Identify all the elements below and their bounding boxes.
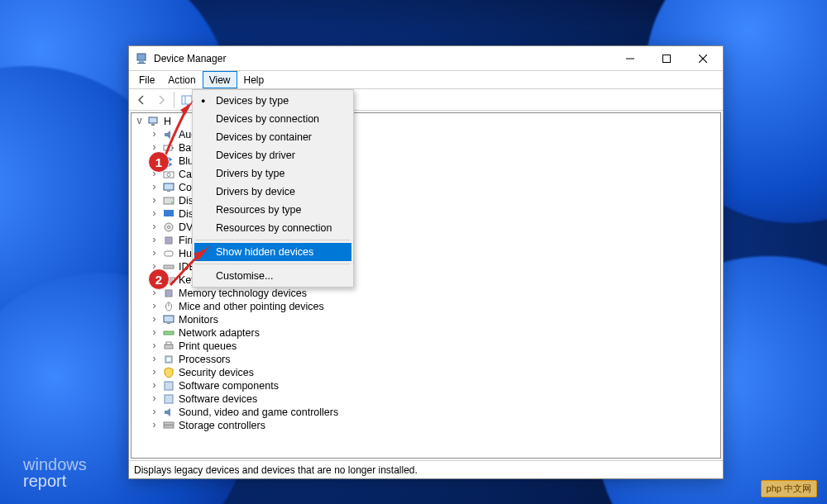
bullet-icon: ● bbox=[201, 97, 205, 105]
svg-rect-39 bbox=[167, 358, 170, 361]
menu-item[interactable]: Drivers by device bbox=[194, 183, 351, 201]
tree-node-label: Software components bbox=[179, 380, 279, 392]
svg-rect-17 bbox=[164, 183, 174, 190]
menubar: File Action View Help bbox=[129, 71, 723, 89]
expand-icon[interactable]: › bbox=[150, 341, 159, 350]
disk-icon bbox=[162, 194, 175, 207]
expand-icon[interactable]: › bbox=[150, 235, 159, 245]
close-button[interactable] bbox=[685, 46, 721, 70]
menu-view[interactable]: View bbox=[203, 71, 237, 88]
svg-rect-37 bbox=[166, 342, 171, 345]
desktop-background: Device Manager File Action View Help bbox=[0, 0, 827, 504]
menu-item[interactable]: Show hidden devices bbox=[194, 243, 351, 261]
menu-separator bbox=[195, 264, 351, 264]
tree-node-label: Print queues bbox=[179, 340, 237, 352]
svg-rect-18 bbox=[167, 191, 170, 192]
app-icon bbox=[136, 52, 149, 65]
svg-point-20 bbox=[171, 202, 173, 203]
tree-node-label: Network adapters bbox=[179, 327, 260, 339]
svg-rect-41 bbox=[165, 395, 173, 403]
tree-node[interactable]: ›Network adapters bbox=[146, 326, 720, 340]
tree-node[interactable]: ›Security devices bbox=[146, 366, 720, 379]
expand-icon[interactable]: › bbox=[150, 368, 159, 377]
tree-node[interactable]: ›Monitors bbox=[146, 313, 720, 326]
svg-rect-11 bbox=[149, 117, 157, 123]
tree-node-label: Mice and other pointing devices bbox=[179, 301, 324, 312]
menu-help[interactable]: Help bbox=[237, 71, 271, 88]
titlebar[interactable]: Device Manager bbox=[129, 46, 723, 71]
expand-icon[interactable]: › bbox=[150, 209, 159, 218]
tree-node[interactable]: ›Mice and other pointing devices bbox=[146, 300, 720, 313]
view-menu-dropdown: ●Devices by typeDevices by connectionDev… bbox=[192, 89, 354, 288]
svg-rect-1 bbox=[139, 61, 144, 63]
menu-item-label: Resources by type bbox=[216, 204, 302, 216]
expand-icon[interactable]: › bbox=[150, 249, 159, 258]
expand-icon[interactable]: › bbox=[150, 222, 159, 231]
menu-item[interactable]: Devices by driver bbox=[194, 146, 351, 164]
status-bar: Displays legacy devices and devices that… bbox=[129, 460, 723, 478]
tree-node[interactable]: ›Print queues bbox=[146, 340, 720, 353]
tree-node[interactable]: ›Software components bbox=[146, 379, 720, 392]
svg-rect-33 bbox=[164, 316, 174, 322]
svg-rect-35 bbox=[164, 331, 174, 335]
menu-item[interactable]: Resources by type bbox=[194, 201, 351, 219]
svg-rect-34 bbox=[167, 323, 170, 324]
menu-item-label: Customise... bbox=[216, 270, 273, 282]
tree-node[interactable]: ›Memory technology devices bbox=[146, 287, 720, 300]
maximize-button[interactable] bbox=[648, 46, 685, 70]
tree-node[interactable]: ›Sound, video and game controllers bbox=[146, 406, 720, 419]
expand-icon[interactable]: › bbox=[150, 421, 159, 430]
expand-icon[interactable]: › bbox=[150, 328, 159, 337]
menu-item[interactable]: Customise... bbox=[194, 267, 351, 285]
menu-item[interactable]: Devices by connection bbox=[194, 110, 351, 128]
watermark-windowsreport: windowsreport bbox=[23, 456, 87, 489]
menu-item-label: Resources by connection bbox=[216, 222, 332, 234]
collapse-icon[interactable]: v bbox=[135, 116, 144, 126]
sw-icon bbox=[162, 379, 175, 392]
annotation-arrow-2 bbox=[164, 242, 213, 292]
menu-item[interactable]: Devices by container bbox=[194, 128, 351, 146]
expand-icon[interactable]: › bbox=[150, 196, 159, 205]
monitor-icon bbox=[162, 313, 175, 326]
svg-marker-44 bbox=[180, 100, 194, 115]
svg-rect-4 bbox=[663, 55, 671, 62]
expand-icon[interactable]: › bbox=[150, 183, 159, 192]
expand-icon[interactable]: › bbox=[150, 302, 159, 311]
menu-separator bbox=[195, 240, 351, 240]
menu-file[interactable]: File bbox=[132, 71, 161, 88]
menu-item[interactable]: Resources by connection bbox=[194, 219, 351, 237]
expand-icon[interactable]: › bbox=[150, 354, 159, 364]
menu-item-label: Devices by driver bbox=[216, 150, 295, 161]
svg-rect-42 bbox=[164, 422, 174, 425]
svg-rect-21 bbox=[164, 210, 174, 216]
svg-rect-40 bbox=[165, 382, 173, 390]
tree-node[interactable]: ›Storage controllers bbox=[146, 419, 720, 432]
menu-item[interactable]: Drivers by type bbox=[194, 164, 351, 183]
sec-icon bbox=[162, 366, 175, 379]
expand-icon[interactable]: › bbox=[150, 315, 159, 324]
menu-item[interactable]: ●Devices by type bbox=[194, 92, 351, 110]
tree-node-label: Storage controllers bbox=[179, 420, 265, 431]
tree-node[interactable]: ›Software devices bbox=[146, 392, 720, 406]
dvd-icon bbox=[162, 221, 175, 234]
tree-node[interactable]: ›Processors bbox=[146, 353, 720, 366]
print-icon bbox=[162, 340, 175, 353]
tree-node-label: Sound, video and game controllers bbox=[179, 407, 338, 418]
menu-item-label: Devices by type bbox=[216, 95, 289, 107]
menu-item-label: Drivers by device bbox=[216, 186, 295, 197]
annotation-badge-1: 1 bbox=[148, 151, 170, 173]
menu-item-label: Devices by connection bbox=[216, 113, 319, 125]
expand-icon[interactable]: › bbox=[150, 407, 159, 416]
svg-rect-0 bbox=[137, 54, 146, 60]
minimize-button[interactable] bbox=[612, 46, 648, 70]
display-icon bbox=[162, 207, 175, 221]
expand-icon[interactable]: › bbox=[150, 381, 159, 390]
back-button[interactable] bbox=[132, 91, 151, 109]
menu-action[interactable]: Action bbox=[161, 71, 202, 88]
monitor-icon bbox=[162, 181, 175, 194]
svg-rect-12 bbox=[151, 124, 155, 126]
cpu-icon bbox=[162, 353, 175, 366]
expand-icon[interactable]: › bbox=[150, 394, 159, 403]
annotation-arrow-1 bbox=[157, 93, 198, 159]
svg-point-16 bbox=[167, 174, 170, 177]
